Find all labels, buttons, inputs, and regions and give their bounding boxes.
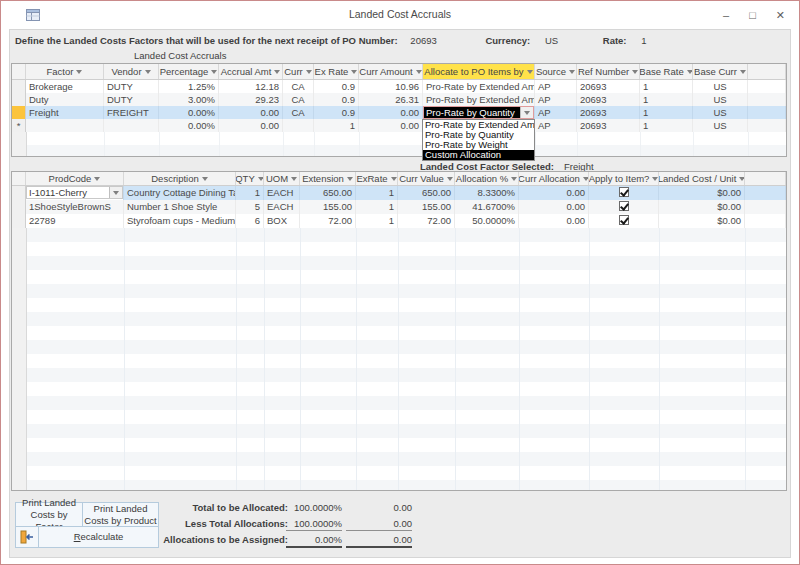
base-rate-cell[interactable]: 1 (640, 106, 693, 119)
col-header-ex-rate[interactable]: Ex Rate (314, 64, 359, 79)
allocation-pct-cell[interactable]: 50.0000% (455, 214, 519, 228)
record-selector[interactable] (12, 214, 26, 228)
option-pro-rate-weight[interactable]: Pro-Rate by Weight (423, 140, 534, 150)
col-header-vendor[interactable]: Vendor (104, 64, 159, 79)
landed-cost-unit-cell[interactable]: $0.00 (659, 214, 745, 228)
apply-to-item-cell[interactable] (589, 214, 659, 228)
source-cell[interactable]: AP (535, 106, 577, 119)
ex-rate-cell[interactable]: 0.9 (314, 93, 359, 106)
accrual-cell[interactable]: 12.18 (219, 80, 283, 93)
prodcode-combobox[interactable]: I-1011-Cherry (26, 186, 123, 199)
col-header-qty[interactable]: QTY (236, 172, 264, 185)
description-cell[interactable]: Styrofoam cups - Medium (124, 214, 236, 228)
apply-to-item-cell[interactable] (589, 186, 659, 200)
allocation-pct-cell[interactable]: 8.3300% (455, 186, 519, 200)
uom-cell[interactable]: BOX (264, 214, 300, 228)
percentage-cell[interactable]: 0.00% (159, 106, 219, 119)
allocate-cell[interactable]: Pro-Rate by Extended Amount (423, 80, 535, 93)
qty-cell[interactable]: 5 (236, 200, 264, 214)
apply-to-item-cell[interactable] (589, 200, 659, 214)
ex-rate-cell[interactable]: 0.9 (314, 106, 359, 119)
description-cell[interactable]: Number 1 Shoe Style (124, 200, 236, 214)
rate-value[interactable]: 1 (641, 35, 646, 46)
curr-allocation-cell[interactable]: 0.00 (519, 214, 589, 228)
accrual-cell[interactable]: 0.00 (219, 106, 283, 119)
record-selector[interactable] (12, 80, 26, 93)
extension-cell[interactable]: 155.00 (300, 200, 356, 214)
col-header-uom[interactable]: UOM (264, 172, 300, 185)
curr-cell[interactable]: CA (283, 80, 314, 93)
vendor-cell[interactable]: DUTY (104, 80, 159, 93)
curr-value-cell[interactable]: 72.00 (398, 214, 455, 228)
new-record-selector[interactable]: * (12, 119, 26, 132)
col-header-ref-number[interactable]: Ref Number (577, 64, 640, 79)
ref-number-cell[interactable]: 20693 (577, 119, 640, 132)
landed-cost-unit-cell[interactable]: $0.00 (659, 200, 745, 214)
percentage-cell[interactable]: 0.00% (159, 119, 219, 132)
currency-value[interactable]: US (545, 35, 558, 46)
curr-value-cell[interactable]: 650.00 (398, 186, 455, 200)
col-header-exrate[interactable]: ExRate (356, 172, 398, 185)
exrate-cell[interactable]: 1 (356, 186, 398, 200)
col-header-base-rate[interactable]: Base Rate (640, 64, 693, 79)
apply-checkbox-checked[interactable] (619, 187, 629, 197)
base-curr-cell[interactable]: US (693, 80, 748, 93)
col-header-percentage[interactable]: Percentage (159, 64, 219, 79)
percentage-cell[interactable]: 3.00% (159, 93, 219, 106)
base-rate-cell[interactable]: 1 (640, 80, 693, 93)
maximize-button[interactable]: □ (749, 9, 756, 21)
record-selector[interactable] (12, 93, 26, 106)
allocate-combobox[interactable]: Pro-Rate by Quantity (423, 106, 534, 119)
vendor-cell[interactable]: DUTY (104, 93, 159, 106)
factor-cell[interactable]: Brokerage (26, 80, 104, 93)
chevron-down-icon[interactable] (520, 107, 533, 118)
ref-number-cell[interactable]: 20693 (577, 106, 640, 119)
allocate-cell[interactable]: Pro-Rate by Extended Amount (423, 93, 535, 106)
col-header-curr-value[interactable]: Curr Value (398, 172, 455, 185)
col-header-accrual-amt[interactable]: Accrual Amt (219, 64, 283, 79)
prodcode-cell[interactable]: 22789 (26, 214, 124, 228)
vendor-cell[interactable]: FREIGHT (104, 106, 159, 119)
base-curr-cell[interactable]: US (693, 119, 748, 132)
curr-cell[interactable]: CA (283, 106, 314, 119)
source-cell[interactable]: AP (535, 93, 577, 106)
base-curr-cell[interactable]: US (693, 93, 748, 106)
prodcode-cell[interactable]: 1ShoeStyleBrownS (26, 200, 124, 214)
ref-number-cell[interactable]: 20693 (577, 93, 640, 106)
apply-checkbox-checked[interactable] (619, 201, 629, 211)
curr-allocation-cell[interactable]: 0.00 (519, 186, 589, 200)
factor-cell[interactable]: Duty (26, 93, 104, 106)
record-selector[interactable] (12, 200, 26, 214)
record-selector[interactable] (12, 186, 26, 200)
col-header-description[interactable]: Description (124, 172, 236, 185)
extension-cell[interactable]: 650.00 (300, 186, 356, 200)
curr-cell[interactable] (283, 119, 314, 132)
curr-allocation-cell[interactable]: 0.00 (519, 200, 589, 214)
col-header-prodcode[interactable]: ProdCode (26, 172, 124, 185)
col-header-factor[interactable]: Factor (26, 64, 104, 79)
col-header-allocate-to-po-items-by[interactable]: Allocate to PO Items by (423, 64, 535, 79)
ex-rate-cell[interactable]: 1 (314, 119, 359, 132)
description-cell[interactable]: Country Cottage Dining Table (124, 186, 236, 200)
record-selector-editing[interactable] (12, 106, 26, 119)
curr-cell[interactable]: CA (283, 93, 314, 106)
col-header-apply-to-item[interactable]: Apply to Item? (589, 172, 659, 185)
curr-value-cell[interactable]: 155.00 (398, 200, 455, 214)
source-cell[interactable]: AP (535, 119, 577, 132)
option-custom-allocation[interactable]: Custom Allocation (423, 150, 534, 160)
allocation-pct-cell[interactable]: 41.6700% (455, 200, 519, 214)
curr-amount-cell[interactable]: 0.00 (359, 106, 423, 119)
col-header-landed-cost-unit[interactable]: Landed Cost / Unit (659, 172, 745, 185)
allocate-cell-active[interactable]: Pro-Rate by Quantity (423, 106, 535, 119)
col-header-allocation-pct[interactable]: Allocation % (455, 172, 519, 185)
uom-cell[interactable]: EACH (264, 186, 300, 200)
curr-amount-cell[interactable]: 26.31 (359, 93, 423, 106)
percentage-cell[interactable]: 1.25% (159, 80, 219, 93)
base-rate-cell[interactable]: 1 (640, 119, 693, 132)
landed-cost-unit-cell[interactable]: $0.00 (659, 186, 745, 200)
extension-cell[interactable]: 72.00 (300, 214, 356, 228)
col-header-base-curr[interactable]: Base Curr (693, 64, 748, 79)
uom-cell[interactable]: EACH (264, 200, 300, 214)
base-rate-cell[interactable]: 1 (640, 93, 693, 106)
minimize-button[interactable]: – (723, 9, 729, 21)
